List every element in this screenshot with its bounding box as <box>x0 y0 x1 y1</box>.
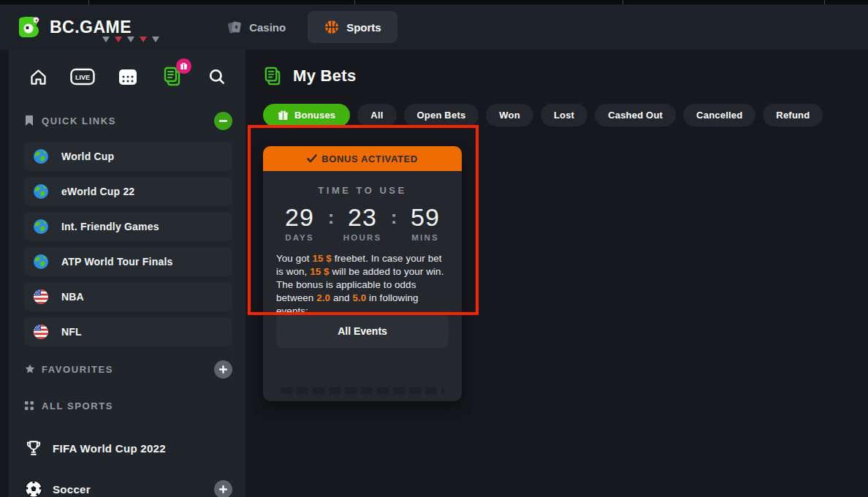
calendar-icon[interactable] <box>115 64 140 89</box>
quick-link-label: NFL <box>61 326 82 338</box>
collapse-quick-links-button[interactable] <box>214 112 232 130</box>
sport-label: Soccer <box>53 483 91 496</box>
bonus-card: BONUS ACTIVATED TIME TO USE 29 DAYS : 23… <box>263 146 462 401</box>
countdown-days-value: 29 <box>273 205 326 229</box>
sidebar-item-soccer[interactable]: Soccer <box>24 478 232 497</box>
globe-icon <box>33 254 49 270</box>
all-sports-header: ALL SPORTS <box>24 396 232 415</box>
bonus-gift-badge <box>176 58 191 74</box>
filter-cancelled[interactable]: Cancelled <box>683 104 755 126</box>
tab-casino-label: Casino <box>249 21 286 34</box>
sidebar-nav-icons: LIVE <box>24 64 232 89</box>
sidebar-item-atp-world-tour-finals[interactable]: ATP World Tour Finals <box>24 247 232 276</box>
main-content: My Bets Bonuses All Open Bets Won Lost C… <box>245 50 868 497</box>
favourites-title: FAVOURITES <box>42 364 113 375</box>
quick-links-title: QUICK LINKS <box>42 115 116 126</box>
sidebar: LIVE <box>9 50 245 497</box>
filter-bonuses[interactable]: Bonuses <box>263 104 350 126</box>
countdown-hours: 23 HOURS <box>336 205 389 242</box>
all-events-button[interactable]: All Events <box>276 314 449 348</box>
bookmark-icon <box>24 115 42 126</box>
sport-label: FIFA World Cup 2022 <box>53 442 166 455</box>
all-events-label: All Events <box>338 325 387 337</box>
quick-link-label: World Cup <box>61 151 114 162</box>
countdown-hours-label: HOURS <box>336 233 389 242</box>
faded-placeholder-row <box>281 387 444 394</box>
all-sports-title: ALL SPORTS <box>42 401 113 411</box>
sidebar-item-int-friendly-games[interactable]: Int. Friendly Games <box>24 212 232 241</box>
quick-link-label: NBA <box>61 291 84 303</box>
tab-sports[interactable]: Sports <box>308 11 397 43</box>
live-badge-text: LIVE <box>75 74 90 81</box>
min-odds: 2.0 <box>316 292 330 303</box>
filter-chips: Bonuses All Open Bets Won Lost Cashed Ou… <box>263 104 868 126</box>
tab-casino[interactable]: Casino <box>210 11 302 43</box>
filter-label: Lost <box>554 110 574 121</box>
sidebar-item-fifa-world-cup-2022[interactable]: FIFA World Cup 2022 <box>24 437 232 459</box>
countdown-days-label: DAYS <box>273 233 326 242</box>
max-odds: 5.0 <box>352 292 366 303</box>
countdown-mins: 59 MINS <box>399 205 452 242</box>
star-icon <box>24 363 42 375</box>
page-header: My Bets <box>263 63 868 89</box>
filter-open-bets[interactable]: Open Bets <box>404 104 479 126</box>
quick-link-label: Int. Friendly Games <box>61 221 159 232</box>
filter-label: All <box>370 110 383 121</box>
filter-refund[interactable]: Refund <box>763 104 823 126</box>
trophy-icon <box>24 439 43 458</box>
quick-links-header: QUICK LINKS <box>24 111 232 130</box>
bc-game-logo[interactable]: BC.GAME <box>16 13 132 41</box>
soccer-ball-icon <box>24 479 43 497</box>
grid-icon <box>24 401 42 411</box>
bc-game-sports-page: BC.GAME Casino <box>0 0 868 497</box>
sidebar-item-world-cup[interactable]: World Cup <box>24 142 232 171</box>
sidebar-item-eworld-cup-22[interactable]: eWorld Cup 22 <box>24 177 232 206</box>
my-bets-icon[interactable] <box>160 64 185 89</box>
countdown-days: 29 DAYS <box>273 205 326 242</box>
filter-label: Won <box>499 110 520 121</box>
quick-links-list: World Cup eWorld Cup 22 Int. Friendly Ga… <box>24 142 232 346</box>
quick-link-label: ATP World Tour Finals <box>61 256 173 268</box>
basketball-icon <box>324 19 340 35</box>
search-icon[interactable] <box>205 64 229 89</box>
win-amount: 15 $ <box>310 266 329 277</box>
bc-game-logo-icon <box>16 13 44 41</box>
my-bets-header-icon <box>263 66 283 87</box>
filter-cashed-out[interactable]: Cashed Out <box>595 104 676 126</box>
bonus-countdown: 29 DAYS : 23 HOURS : 59 MINS <box>263 205 462 242</box>
sidebar-item-nfl[interactable]: NFL <box>24 317 232 346</box>
logo-bunting-decoration <box>102 37 159 42</box>
expand-soccer-button[interactable] <box>214 480 232 497</box>
top-tabs: Casino Sports <box>210 11 397 43</box>
bonus-status-banner: BONUS ACTIVATED <box>263 146 462 171</box>
countdown-hours-value: 23 <box>336 205 389 229</box>
countdown-mins-label: MINS <box>399 233 452 242</box>
tab-sports-label: Sports <box>346 21 381 34</box>
filter-label: Bonuses <box>294 110 335 121</box>
live-events-icon[interactable]: LIVE <box>70 64 95 89</box>
casino-cards-icon <box>226 19 243 35</box>
countdown-separator: : <box>326 205 336 229</box>
filter-label: Cancelled <box>696 110 742 121</box>
bonus-status-text: BONUS ACTIVATED <box>321 153 418 164</box>
filter-label: Refund <box>776 110 810 121</box>
usa-flag-icon <box>33 324 49 340</box>
countdown-mins-value: 59 <box>399 205 452 229</box>
globe-icon <box>33 148 49 164</box>
add-favourite-button[interactable] <box>214 360 232 379</box>
favourites-header: FAVOURITES <box>24 360 232 379</box>
page-title: My Bets <box>293 67 356 86</box>
sidebar-item-nba[interactable]: NBA <box>24 282 232 311</box>
globe-icon <box>33 183 49 200</box>
gift-icon <box>278 110 289 121</box>
globe-icon <box>33 219 49 235</box>
bc-game-logo-text: BC.GAME <box>50 18 132 37</box>
filter-won[interactable]: Won <box>486 104 533 126</box>
quick-link-label: eWorld Cup 22 <box>61 186 134 197</box>
filter-label: Open Bets <box>417 110 466 121</box>
filter-lost[interactable]: Lost <box>541 104 587 126</box>
home-icon[interactable] <box>26 64 50 89</box>
filter-all[interactable]: All <box>357 104 396 126</box>
bonus-description: You got 15 $ freebet. In case your bet i… <box>276 252 449 318</box>
freebet-amount: 15 $ <box>312 253 331 264</box>
